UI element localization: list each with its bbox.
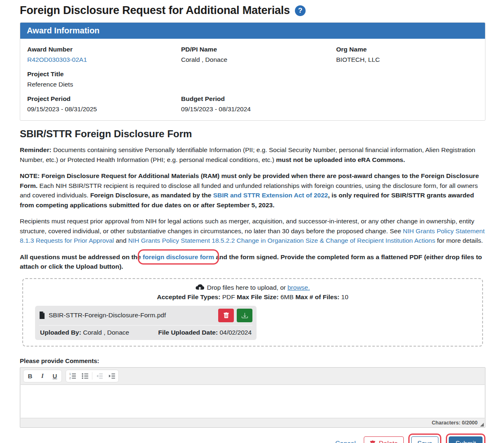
cancel-button[interactable]: Cancel — [335, 440, 356, 443]
resize-handle-icon[interactable] — [480, 423, 484, 427]
pdpi-name-label: PD/PI Name — [181, 45, 336, 54]
download-icon — [242, 312, 248, 319]
ordered-list-button[interactable]: 1 2 — [66, 370, 79, 382]
note-paragraph: NOTE: Foreign Disclosure Request for Add… — [20, 171, 485, 210]
reminder-bold-prefix: Reminder: — [20, 146, 52, 153]
prior-approval-paragraph: Recipients must request prior approval f… — [20, 216, 485, 246]
award-information-panel: Award Information Award Number R42OD0303… — [20, 22, 485, 121]
uploaded-by-value: Corald , Donace — [83, 329, 129, 336]
save-button[interactable]: Save — [411, 436, 438, 443]
submit-annotation-ring: Submit — [446, 434, 485, 443]
budget-period-field: Budget Period 09/15/2023 - 08/31/2024 — [181, 94, 336, 114]
org-name-value: BIOTECH, LLC — [336, 55, 478, 64]
save-annotation-ring: Save — [408, 434, 441, 443]
form-actions: Cancel Delete Save Submit — [20, 434, 485, 443]
submit-button[interactable]: Submit — [449, 436, 483, 443]
text-style-group: B I U — [23, 370, 62, 382]
sbir-sttr-act-link[interactable]: SBIR and STTR Extension Act of 2022 — [213, 192, 328, 199]
file-dropzone[interactable]: Drop files here to upload, or browse. Ac… — [22, 278, 483, 347]
project-period-label: Project Period — [27, 94, 181, 103]
delete-button[interactable]: Delete — [364, 436, 403, 443]
svg-text:2: 2 — [69, 377, 71, 380]
uploaded-by-label: Uploaded By: — [40, 329, 81, 336]
file-uploaded-date-value: 04/02/2024 — [219, 329, 252, 336]
char-counter: Characters: 0/2000 — [432, 420, 478, 426]
prior-approval-text-3: for more details. — [437, 237, 483, 244]
foreign-disclosure-form-link[interactable]: foreign disclosure form — [143, 253, 214, 260]
list-indent-group: 1 2 — [66, 370, 119, 382]
indent-button[interactable] — [106, 370, 118, 382]
delete-button-label: Delete — [379, 440, 398, 443]
max-files-value: 10 — [341, 293, 348, 300]
drop-text: Drop files here to upload, or — [207, 284, 286, 291]
file-meta-row: Uploaded By: Corald , Donace File Upload… — [35, 326, 257, 340]
instructions-paragraph: All questions must be addressed on the f… — [20, 252, 485, 272]
pdpi-name-value: Corald , Donace — [181, 55, 336, 64]
file-icon — [39, 312, 45, 319]
comments-label: Please provide Comments: — [20, 357, 485, 364]
trash-icon — [223, 312, 229, 319]
project-period-value: 09/15/2023 - 08/31/2025 — [27, 105, 181, 114]
award-panel-header: Award Information — [20, 23, 485, 39]
project-title-value: Reference Diets — [27, 80, 478, 89]
reminder-paragraph: Reminder: Documents containing sensitive… — [20, 145, 485, 164]
award-number-label: Award Number — [27, 45, 181, 54]
pdpi-name-field: PD/PI Name Corald , Donace — [181, 45, 336, 64]
reminder-bold-suffix: must not be uploaded into eRA Commons. — [276, 156, 405, 163]
trash-icon — [370, 441, 376, 443]
help-icon[interactable]: ? — [295, 5, 306, 16]
underline-button[interactable]: U — [49, 370, 61, 382]
svg-text:1: 1 — [69, 373, 71, 375]
max-files-label: Max # of Files: — [295, 293, 339, 300]
file-constraints: Accepted File Types: PDF Max File Size: … — [29, 293, 476, 301]
bold-button[interactable]: B — [24, 370, 36, 382]
editor-footer: Characters: 0/2000 — [20, 418, 485, 427]
instructions-bold-1: All questions must be addressed on the — [20, 253, 141, 260]
editor-toolbar: B I U 1 2 — [20, 368, 485, 384]
italic-button[interactable]: I — [36, 370, 49, 382]
accepted-types-value: PDF — [222, 293, 235, 300]
file-uploaded-date: File Uploaded Date: 04/02/2024 — [158, 329, 252, 336]
org-name-label: Org Name — [336, 45, 478, 54]
drop-instruction: Drop files here to upload, or browse. — [29, 284, 476, 291]
page-title: Foreign Disclosure Request for Additiona… — [20, 4, 290, 17]
outdent-button[interactable] — [93, 370, 106, 382]
max-size-label: Max File Size: — [237, 293, 279, 300]
award-number-link[interactable]: R42OD030303-02A1 — [27, 56, 87, 63]
delete-file-button[interactable] — [218, 309, 234, 322]
ordered-list-icon: 1 2 — [69, 373, 76, 380]
max-size-value: 6MB — [280, 293, 294, 300]
comments-input[interactable] — [21, 384, 485, 418]
project-period-field: Project Period 09/15/2023 - 08/31/2025 — [27, 94, 181, 114]
gps-18522-link[interactable]: NIH Grants Policy Statement 18.5.2.2 Cha… — [128, 237, 435, 244]
page-header: Foreign Disclosure Request for Additiona… — [20, 4, 485, 17]
budget-period-value: 09/15/2023 - 08/31/2024 — [181, 105, 336, 114]
section-heading: SBIR/STTR Foreign Disclosure Form — [20, 128, 485, 140]
reminder-text: Documents containing sensitive Personall… — [20, 146, 476, 163]
page: Foreign Disclosure Request for Additiona… — [20, 4, 485, 443]
project-title-label: Project Title — [27, 70, 478, 79]
award-panel-body: Award Number R42OD030303-02A1 PD/PI Name… — [20, 39, 485, 120]
org-name-field: Org Name BIOTECH, LLC — [336, 45, 478, 64]
file-uploaded-date-label: File Uploaded Date: — [158, 329, 218, 336]
cloud-upload-icon — [195, 284, 204, 291]
browse-link[interactable]: browse. — [287, 284, 310, 291]
award-number-field: Award Number R42OD030303-02A1 — [27, 45, 181, 64]
outdent-icon — [96, 373, 103, 380]
download-file-button[interactable] — [237, 309, 252, 322]
uploaded-by: Uploaded By: Corald , Donace — [40, 329, 129, 336]
bullet-list-icon — [82, 373, 89, 380]
project-title-field: Project Title Reference Diets — [27, 70, 478, 89]
file-name: SBIR-STTR-Foreign-Disclosure-Form.pdf — [49, 312, 166, 319]
indent-icon — [108, 373, 115, 380]
comments-editor: B I U 1 2 — [20, 367, 485, 428]
prior-approval-text-2: and — [116, 237, 127, 244]
file-row: SBIR-STTR-Foreign-Disclosure-Form.pdf — [35, 306, 257, 325]
note-bold-2: Foreign Disclosure, as mandated by the — [90, 192, 212, 199]
uploaded-file-card: SBIR-STTR-Foreign-Disclosure-Form.pdf Up… — [35, 306, 257, 340]
toolbar-divider — [92, 372, 92, 380]
budget-period-label: Budget Period — [181, 94, 336, 103]
accepted-types-label: Accepted File Types: — [157, 293, 220, 300]
bullet-list-button[interactable] — [79, 370, 91, 382]
